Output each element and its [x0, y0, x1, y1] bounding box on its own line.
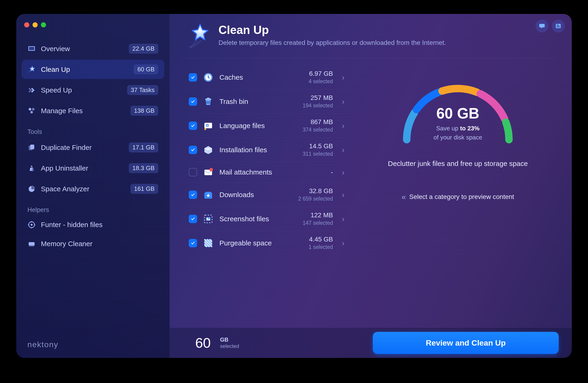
- page-title: Clean Up: [218, 23, 446, 37]
- category-checkbox[interactable]: [189, 191, 197, 199]
- trash-icon: [203, 96, 214, 107]
- category-label: Mail attachments: [219, 168, 325, 176]
- category-checkbox[interactable]: [189, 168, 197, 176]
- chevron-right-icon: ›: [340, 214, 346, 223]
- sidebar-item-duplicate-finder[interactable]: Duplicate Finder 17.1 GB: [21, 138, 164, 157]
- svg-rect-21: [205, 128, 206, 130]
- sidebar-item-overview[interactable]: Overview 22.4 GB: [21, 39, 164, 58]
- category-label: Caches: [219, 73, 303, 81]
- caches-icon: [203, 72, 214, 83]
- sidebar-item-badge: 138 GB: [130, 106, 158, 116]
- fullscreen-window-button[interactable]: [41, 22, 46, 27]
- preview-hint: « Select a category to preview content: [402, 192, 514, 201]
- window-controls: [21, 21, 164, 39]
- svg-rect-6: [30, 145, 34, 149]
- chevron-right-icon: ›: [340, 168, 346, 177]
- category-label: Installation files: [219, 146, 297, 154]
- screenshot-icon: [203, 213, 214, 225]
- savings-gauge: 60 GB Save up to 23% of your disk space: [393, 75, 523, 149]
- chevrons-left-icon: «: [402, 192, 405, 201]
- downloads-icon: [203, 189, 214, 200]
- purgeable-icon: [203, 237, 214, 249]
- feedback-button[interactable]: [535, 20, 548, 33]
- sidebar-item-space-analyzer[interactable]: Space Analyzer 161 GB: [21, 179, 164, 198]
- sidebar-main-nav: Overview 22.4 GB Clean Up 60 GB Speed Up…: [21, 39, 164, 120]
- sidebar-item-speed-up[interactable]: Speed Up 37 Tasks: [21, 80, 164, 100]
- gauge-value: 60 GB: [393, 105, 523, 122]
- sidebar-item-badge: 18.3 GB: [129, 163, 158, 173]
- review-and-clean-button[interactable]: Review and Clean Up: [373, 332, 559, 354]
- category-row-trash-bin[interactable]: Trash bin 257 MB 194 selected ›: [186, 89, 349, 114]
- category-checkbox[interactable]: [189, 97, 197, 106]
- speedup-icon: [27, 86, 36, 94]
- sidebar-item-manage-files[interactable]: Manage Files 138 GB: [21, 101, 164, 120]
- category-meta: 32.8 GB 2 659 selected: [298, 187, 335, 202]
- category-meta: 122 MB 147 selected: [303, 212, 335, 226]
- sidebar-item-label: Memory Cleaner: [41, 240, 158, 248]
- svg-rect-10: [29, 242, 35, 245]
- mail-icon: [203, 167, 214, 178]
- category-meta: 4.45 GB 1 selected: [309, 236, 335, 250]
- analyzer-icon: [27, 185, 36, 193]
- category-selected-count: 2 659 selected: [298, 196, 333, 202]
- footer-total-unit: GB: [220, 337, 239, 343]
- svg-rect-12: [557, 25, 559, 25]
- svg-rect-18: [207, 98, 210, 99]
- category-size: 867 MB: [303, 118, 333, 126]
- svg-point-23: [210, 168, 213, 171]
- category-size: 257 MB: [303, 94, 333, 102]
- category-meta: 6.97 GB 4 selected: [309, 70, 335, 85]
- memory-icon: [27, 240, 36, 248]
- category-row-mail-attachments[interactable]: Mail attachments - ›: [186, 162, 349, 183]
- sidebar-item-badge: 60 GB: [134, 64, 158, 74]
- category-checkbox[interactable]: [189, 73, 197, 82]
- sidebar-item-app-uninstaller[interactable]: App Uninstaller 18.3 GB: [21, 158, 164, 178]
- funter-icon: [27, 221, 36, 229]
- main-panel: Clean Up Delete temporary files created …: [170, 14, 572, 358]
- sidebar: Overview 22.4 GB Clean Up 60 GB Speed Up…: [16, 14, 170, 358]
- svg-rect-13: [557, 26, 560, 26]
- category-meta: 257 MB 194 selected: [303, 94, 335, 109]
- category-checkbox[interactable]: [189, 146, 197, 154]
- gauge-subtitle: Save up to 23% of your disk space: [393, 124, 523, 142]
- category-size: 122 MB: [303, 212, 333, 219]
- minimize-window-button[interactable]: [33, 22, 38, 27]
- category-checkbox[interactable]: [189, 122, 197, 130]
- sidebar-section-helpers: Helpers: [21, 198, 164, 216]
- cleanup-icon: [27, 65, 36, 74]
- sidebar-item-label: Overview: [41, 45, 124, 53]
- sidebar-item-label: Manage Files: [41, 107, 125, 115]
- sidebar-item-label: Clean Up: [41, 65, 128, 73]
- footer-total-sub: selected: [220, 343, 239, 349]
- news-button[interactable]: [552, 20, 565, 33]
- category-checkbox[interactable]: [189, 215, 197, 223]
- sidebar-item-badge: 22.4 GB: [129, 44, 158, 54]
- chevron-right-icon: ›: [340, 145, 346, 154]
- app-window: Overview 22.4 GB Clean Up 60 GB Speed Up…: [16, 14, 572, 358]
- sidebar-item-memory-cleaner[interactable]: Memory Cleaner: [21, 235, 164, 253]
- svg-point-3: [32, 108, 34, 110]
- chevron-right-icon: ›: [340, 190, 346, 199]
- category-row-language-files[interactable]: Language files 867 MB 374 selected ›: [186, 114, 349, 138]
- footer-total-number: 60: [195, 335, 211, 351]
- close-window-button[interactable]: [24, 22, 29, 27]
- category-row-downloads[interactable]: Downloads 32.8 GB 2 659 selected ›: [186, 183, 349, 207]
- svg-point-2: [29, 108, 31, 110]
- category-row-purgeable-space[interactable]: Purgeable space 4.45 GB 1 selected ›: [186, 231, 349, 255]
- page-header: Clean Up Delete temporary files created …: [170, 14, 572, 56]
- svg-rect-1: [29, 47, 34, 50]
- category-row-caches[interactable]: Caches 6.97 GB 4 selected ›: [186, 65, 349, 89]
- chevron-right-icon: ›: [340, 97, 346, 106]
- category-selected-count: 4 selected: [309, 78, 333, 85]
- sidebar-item-clean-up[interactable]: Clean Up 60 GB: [21, 60, 164, 79]
- category-size: 6.97 GB: [309, 70, 333, 77]
- cleanup-hero-icon: [186, 23, 211, 49]
- category-row-screenshot-files[interactable]: Screenshot files 122 MB 147 selected ›: [186, 207, 349, 231]
- category-row-installation-files[interactable]: Installation files 14.5 GB 311 selected …: [186, 138, 349, 162]
- category-size: 32.8 GB: [298, 187, 333, 195]
- summary-panel: 60 GB Save up to 23% of your disk space …: [353, 65, 563, 328]
- category-meta: 867 MB 374 selected: [303, 118, 335, 133]
- brand-logo: nektony: [21, 335, 164, 351]
- sidebar-item-funter-hidden-files[interactable]: Funter - hidden files: [21, 216, 164, 234]
- category-checkbox[interactable]: [189, 239, 197, 247]
